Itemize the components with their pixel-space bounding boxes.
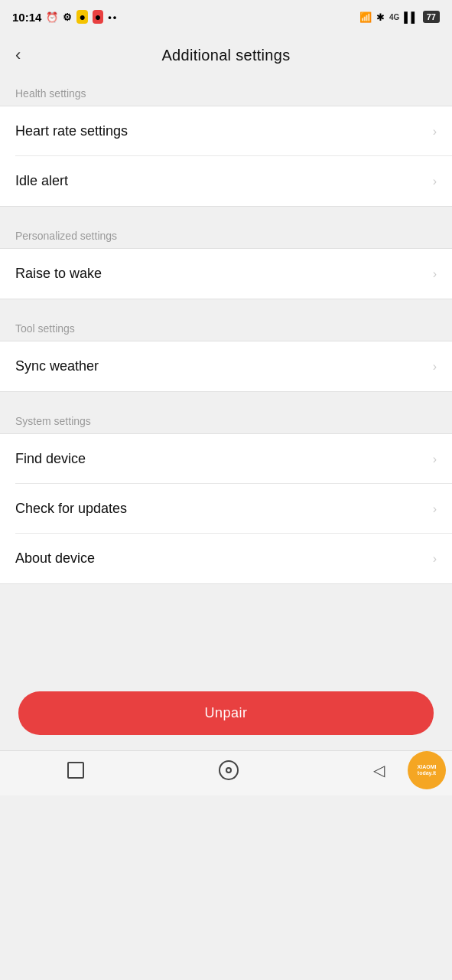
nav-home-button[interactable] (219, 760, 239, 780)
nav-home-inner (226, 767, 232, 773)
nav-back-button[interactable]: ◁ (373, 761, 385, 779)
section-personalized: Personalized settings Raise to wake › (0, 219, 452, 299)
chevron-icon-find-device: › (433, 452, 437, 466)
unpair-button[interactable]: Unpair (18, 691, 434, 735)
settings-icon: ⚙ (63, 11, 72, 23)
app-icon-yellow: ● (76, 10, 87, 24)
section-header-tool: Tool settings (0, 312, 452, 341)
time-display: 10:14 (12, 11, 41, 24)
xiaomi-watermark: XIAOMI today.it (408, 751, 446, 789)
menu-item-find-device[interactable]: Find device › (0, 434, 452, 484)
section-body-health: Heart rate settings › Idle alert › (0, 106, 452, 207)
section-system: System settings Find device › Check for … (0, 404, 452, 584)
menu-item-about-device-label: About device (15, 550, 95, 567)
section-header-personalized: Personalized settings (0, 219, 452, 248)
chevron-icon-check-updates: › (433, 502, 437, 516)
chevron-icon-raise-to-wake: › (433, 267, 437, 281)
section-health: Health settings Heart rate settings › Id… (0, 77, 452, 207)
menu-item-sync-weather-label: Sync weather (15, 358, 99, 374)
status-bar: 10:14 ⏰ ⚙ ● ● •• 📶 ✱ 4G ▌▌ 77 (0, 0, 452, 34)
more-icon: •• (108, 11, 118, 23)
menu-item-idle-alert-label: Idle alert (15, 173, 68, 189)
bluetooth-icon: ✱ (376, 11, 385, 23)
signal-bars-icon: ▌▌ (404, 11, 418, 23)
chevron-icon-idle-alert: › (433, 175, 437, 188)
gap-3 (0, 392, 452, 404)
menu-item-check-updates-label: Check for updates (15, 501, 127, 517)
app-icon-red: ● (93, 10, 103, 24)
menu-item-raise-to-wake-label: Raise to wake (15, 266, 102, 282)
menu-item-check-updates[interactable]: Check for updates › (0, 484, 452, 534)
menu-item-find-device-label: Find device (15, 451, 86, 467)
gap-1 (0, 207, 452, 219)
top-bar: ‹ Additional settings (0, 34, 452, 77)
nav-recent-apps-icon[interactable] (67, 762, 84, 779)
main-content: Health settings Heart rate settings › Id… (0, 77, 452, 750)
status-right: 📶 ✱ 4G ▌▌ 77 (359, 11, 440, 23)
status-left: 10:14 ⏰ ⚙ ● ● •• (12, 10, 118, 24)
section-body-system: Find device › Check for updates › About … (0, 433, 452, 584)
gap-2 (0, 299, 452, 312)
menu-item-idle-alert[interactable]: Idle alert › (0, 156, 452, 206)
alarm-icon: ⏰ (46, 11, 58, 23)
section-body-tool: Sync weather › (0, 341, 452, 392)
section-header-system: System settings (0, 404, 452, 433)
xiaomi-logo-text: XIAOMI today.it (418, 764, 437, 777)
section-body-personalized: Raise to wake › (0, 248, 452, 299)
menu-item-heart-rate[interactable]: Heart rate settings › (0, 106, 452, 156)
back-button[interactable]: ‹ (12, 42, 24, 68)
battery-indicator: 77 (423, 11, 440, 23)
chevron-icon-sync-weather: › (433, 360, 437, 374)
chevron-icon-heart-rate: › (433, 125, 437, 139)
menu-item-about-device[interactable]: About device › (0, 534, 452, 583)
wifi-icon: 📶 (359, 11, 372, 23)
section-tool: Tool settings Sync weather › (0, 312, 452, 392)
signal-4g-icon: 4G (389, 13, 399, 21)
unpair-container: Unpair (0, 676, 452, 750)
menu-item-raise-to-wake[interactable]: Raise to wake › (0, 249, 452, 299)
bottom-spacer (0, 584, 452, 676)
menu-item-sync-weather[interactable]: Sync weather › (0, 341, 452, 391)
page-title: Additional settings (161, 47, 290, 64)
menu-item-heart-rate-label: Heart rate settings (15, 123, 128, 139)
section-header-health: Health settings (0, 77, 452, 106)
chevron-icon-about-device: › (433, 552, 437, 566)
nav-bar: ◁ XIAOMI today.it (0, 750, 452, 795)
